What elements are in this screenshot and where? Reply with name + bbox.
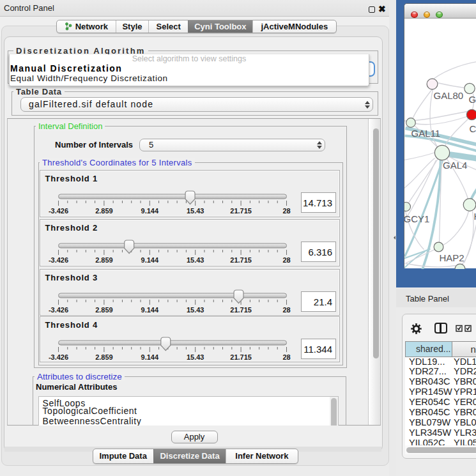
svg-text:9.144: 9.144 xyxy=(141,207,158,215)
svg-text:-3.426: -3.426 xyxy=(48,207,68,215)
svg-text:9.144: 9.144 xyxy=(141,306,158,314)
svg-text:2.859: 2.859 xyxy=(95,256,113,264)
svg-text:21.715: 21.715 xyxy=(230,207,252,215)
svg-text:C: C xyxy=(469,123,476,134)
svg-text:GA: GA xyxy=(468,93,476,104)
svg-text:-3.426: -3.426 xyxy=(48,353,68,361)
svg-text:28: 28 xyxy=(282,207,290,215)
svg-text:28: 28 xyxy=(282,353,290,361)
svg-text:21.715: 21.715 xyxy=(230,306,252,314)
svg-text:2.859: 2.859 xyxy=(95,306,113,314)
svg-text:HAP2: HAP2 xyxy=(439,252,464,263)
svg-text:2.859: 2.859 xyxy=(95,207,113,215)
svg-text:21.715: 21.715 xyxy=(230,353,252,361)
svg-text:15.43: 15.43 xyxy=(186,353,204,361)
svg-text:GAL80: GAL80 xyxy=(433,89,463,100)
svg-text:15.43: 15.43 xyxy=(186,207,204,215)
svg-text:GCY1: GCY1 xyxy=(404,213,429,224)
svg-text:9.144: 9.144 xyxy=(141,256,158,264)
svg-text:9.144: 9.144 xyxy=(141,353,158,361)
svg-text:28: 28 xyxy=(282,306,290,314)
svg-text:H: H xyxy=(473,210,476,221)
svg-text:15.43: 15.43 xyxy=(186,306,204,314)
svg-text:15.43: 15.43 xyxy=(186,256,204,264)
svg-text:21.715: 21.715 xyxy=(230,256,252,264)
svg-text:GAL11: GAL11 xyxy=(411,127,440,138)
svg-text:GAL4: GAL4 xyxy=(443,159,467,170)
svg-text:-3.426: -3.426 xyxy=(48,306,68,314)
svg-text:-3.426: -3.426 xyxy=(48,256,68,264)
svg-text:28: 28 xyxy=(282,256,290,264)
svg-text:2.859: 2.859 xyxy=(95,353,113,361)
